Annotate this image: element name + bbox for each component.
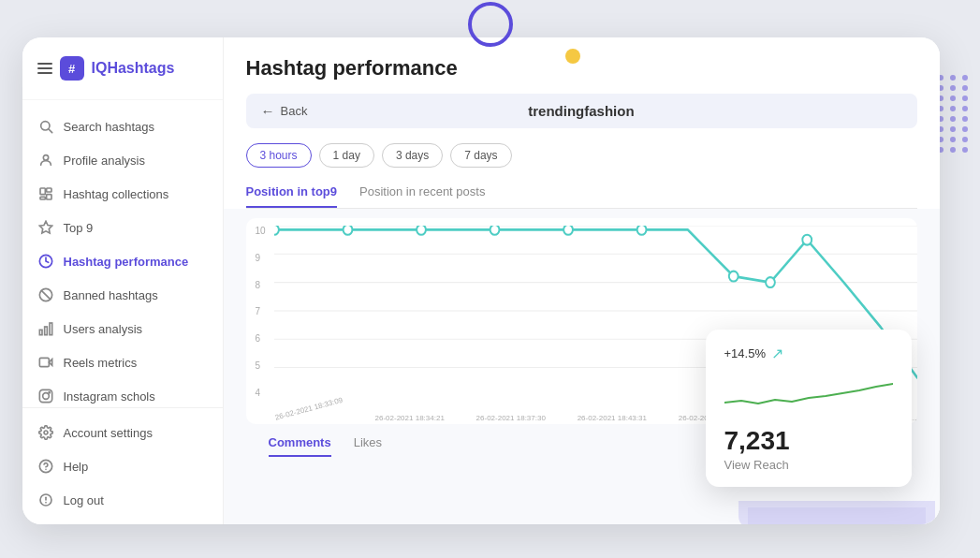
sidebar-item-users-analysis[interactable]: Users analysis (22, 312, 223, 345)
x-label-2: 26-02-2021 18:34:21 (375, 414, 445, 422)
svg-point-38 (766, 277, 775, 287)
svg-line-10 (41, 290, 50, 299)
search-icon (37, 118, 54, 135)
y-label-8: 8 (256, 280, 266, 290)
svg-rect-13 (50, 323, 52, 335)
outer-container: # IQHashtags Search hashtags Profile ana (22, 19, 958, 543)
instagram-icon (37, 388, 54, 404)
svg-point-36 (636, 226, 646, 235)
sidebar-item-hashtag-performance[interactable]: Hashtag performance (22, 244, 223, 278)
svg-point-34 (490, 226, 499, 235)
tab-position-recent-posts[interactable]: Position in recent posts (359, 177, 485, 208)
tab-position-top9[interactable]: Position in top9 (246, 177, 338, 208)
settings-icon (37, 424, 54, 441)
main-card: # IQHashtags Search hashtags Profile ana (22, 37, 940, 524)
sidebar-item-banned-hashtags[interactable]: Banned hashtags (22, 278, 223, 312)
sidebar-item-search-hashtags[interactable]: Search hashtags (22, 110, 223, 143)
sidebar-nav: Search hashtags Profile analysis Hashtag… (22, 100, 223, 407)
collections-icon (37, 185, 54, 202)
svg-rect-12 (44, 327, 47, 335)
svg-rect-14 (39, 358, 49, 366)
star-icon (37, 219, 54, 236)
sidebar-header: # IQHashtags (22, 37, 223, 100)
banned-icon (37, 286, 54, 303)
sidebar-footer: Account settings Help Log out (22, 407, 223, 524)
y-label-4: 4 (256, 388, 266, 398)
svg-marker-7 (39, 221, 51, 233)
svg-point-35 (563, 226, 573, 235)
svg-point-39 (802, 235, 812, 245)
y-label-5: 5 (256, 360, 266, 371)
help-icon (37, 458, 54, 475)
mini-chart-svg (724, 370, 893, 417)
sidebar-item-profile-analysis[interactable]: Profile analysis (22, 143, 223, 177)
sidebar-item-hashtag-collections[interactable]: Hashtag collections (22, 177, 223, 211)
svg-rect-4 (46, 188, 51, 192)
chart-icon (37, 320, 54, 337)
x-label-4: 26-02-2021 18:43:31 (578, 414, 647, 422)
svg-point-17 (42, 393, 49, 400)
page-title: Hashtag performance (246, 56, 917, 81)
time-filter-3hours[interactable]: 3 hours (246, 143, 312, 168)
time-filter-1day[interactable]: 1 day (319, 143, 374, 168)
chart-tabs: Position in top9 Position in recent post… (246, 177, 917, 209)
time-filters: 3 hours 1 day 3 days 7 days (246, 143, 917, 168)
deco-dot-yellow (565, 49, 580, 64)
svg-rect-3 (40, 188, 45, 195)
svg-point-19 (44, 431, 48, 434)
tooltip-change-value: +14.5% (724, 346, 766, 360)
time-filter-7days[interactable]: 7 days (450, 143, 511, 168)
y-axis: 10 9 8 7 6 5 4 (256, 226, 266, 398)
sidebar-item-help[interactable]: Help (22, 449, 223, 483)
logo-badge: # (60, 56, 84, 81)
svg-rect-6 (40, 197, 45, 199)
performance-icon (37, 253, 54, 270)
video-icon (37, 354, 54, 371)
sidebar-item-reels-metrics[interactable]: Reels metrics (22, 345, 223, 379)
y-label-9: 9 (256, 253, 266, 263)
tab-likes[interactable]: Likes (354, 435, 382, 457)
svg-line-1 (49, 129, 52, 133)
hamburger-menu[interactable] (37, 63, 52, 74)
time-filter-3days[interactable]: 3 days (382, 143, 443, 168)
svg-point-37 (728, 272, 738, 282)
back-arrow-icon: ← (261, 103, 275, 119)
tooltip-metric-label: View Reach (724, 458, 893, 472)
logout-icon (37, 492, 54, 508)
chart-area: 10 9 8 7 6 5 4 (224, 209, 940, 524)
content-header: Hashtag performance ← Back trendingfashi… (224, 37, 940, 209)
svg-point-31 (274, 226, 279, 235)
svg-point-18 (49, 392, 50, 393)
tooltip-metric-value: 7,231 (724, 426, 893, 456)
x-label-3: 26-02-2021 18:37:30 (476, 414, 546, 422)
svg-point-32 (343, 226, 352, 235)
back-bar: ← Back trendingfashion (246, 94, 917, 128)
svg-point-2 (43, 155, 48, 160)
svg-rect-11 (39, 330, 42, 334)
profile-icon (37, 152, 54, 169)
x-label-1: 26-02-2021 18:33:09 (274, 396, 344, 422)
tooltip-card: +14.5% ↗ 7,231 View Reach (706, 330, 912, 487)
sidebar: # IQHashtags Search hashtags Profile ana (22, 37, 224, 524)
tooltip-change: +14.5% ↗ (724, 345, 893, 362)
sidebar-item-log-out[interactable]: Log out (22, 483, 223, 517)
trend-up-icon: ↗ (771, 345, 783, 362)
y-label-6: 6 (256, 333, 266, 344)
svg-point-33 (417, 226, 426, 235)
back-button[interactable]: ← Back (261, 103, 308, 119)
logo-text: IQHashtags (92, 60, 175, 77)
sidebar-item-account-settings[interactable]: Account settings (22, 416, 223, 449)
tab-comments[interactable]: Comments (269, 435, 331, 457)
card-shadow-ext1 (739, 501, 935, 524)
svg-rect-5 (46, 195, 51, 199)
main-content: Hashtag performance ← Back trendingfashi… (224, 37, 940, 524)
hashtag-label: trendingfashion (528, 103, 634, 119)
tooltip-mini-chart (724, 370, 893, 417)
y-label-7: 7 (256, 306, 266, 316)
deco-circle (468, 2, 513, 47)
sidebar-item-instagram-schols[interactable]: Instagram schols (22, 379, 223, 407)
y-label-10: 10 (256, 226, 266, 236)
sidebar-item-top9[interactable]: Top 9 (22, 211, 223, 244)
back-label: Back (281, 104, 308, 118)
